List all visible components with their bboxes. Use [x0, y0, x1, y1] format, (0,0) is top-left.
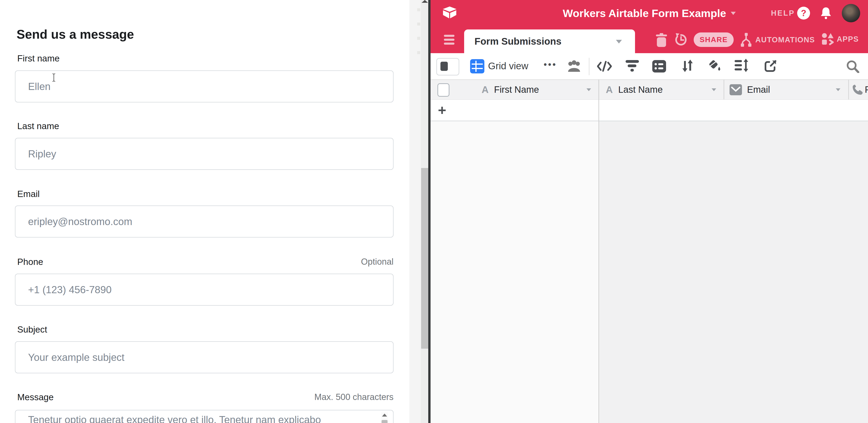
email-field[interactable]: eripley@nostromo.com	[15, 206, 394, 238]
color-icon[interactable]	[708, 59, 721, 73]
hide-fields-icon[interactable]	[597, 61, 612, 72]
share-button[interactable]: SHARE	[694, 32, 734, 47]
history-icon[interactable]	[674, 32, 688, 47]
view-name[interactable]: Grid view	[488, 61, 528, 71]
share-view-icon[interactable]	[764, 60, 777, 73]
column-header-phone[interactable]: P	[865, 80, 868, 99]
gutter-dot	[417, 23, 420, 26]
phone-field[interactable]: +1 (123) 456-7890	[15, 274, 394, 306]
column-menu-icon[interactable]	[712, 88, 716, 91]
automations-label: AUTOMATIONS	[755, 35, 815, 44]
table-tabs-bar: Form Submissions SHARE	[431, 27, 868, 53]
notifications-bell-icon[interactable]	[820, 7, 832, 19]
select-all-checkbox[interactable]	[437, 83, 450, 97]
column-menu-icon[interactable]	[836, 88, 840, 91]
screen: Send us a message First name Ellen Last …	[0, 0, 868, 423]
message-scrollbar-thumb[interactable]	[381, 420, 388, 423]
subject-value: Your example subject	[28, 342, 124, 373]
collaborators-icon[interactable]	[567, 60, 582, 72]
grid-body-background	[599, 121, 868, 423]
grid-body-first-column[interactable]	[431, 121, 598, 423]
first-column-divider	[598, 80, 599, 423]
sidebar-panel-icon	[440, 62, 448, 71]
first-name-label: First name	[17, 53, 60, 63]
text-field-type-icon: A	[606, 80, 613, 99]
filter-icon[interactable]	[626, 60, 639, 72]
window-edge	[428, 0, 431, 423]
column-divider[interactable]	[723, 80, 724, 99]
last-name-field[interactable]: Ripley	[15, 138, 394, 170]
first-name-field[interactable]: Ellen	[15, 70, 394, 102]
add-row[interactable]: +	[431, 100, 868, 121]
column-divider[interactable]	[848, 80, 849, 99]
text-cursor-icon	[51, 73, 57, 82]
gutter-dot	[417, 37, 420, 40]
subject-field[interactable]: Your example subject	[15, 341, 394, 373]
form-heading: Send us a message	[17, 27, 134, 42]
grid-column-headers: A First Name A Last Name Email P	[431, 80, 868, 100]
column-header-email[interactable]: Email	[747, 80, 770, 99]
gutter-dot	[417, 51, 420, 54]
message-max-note: Max. 500 characters	[314, 392, 394, 402]
column-menu-icon[interactable]	[587, 88, 591, 91]
gutter-dot	[417, 8, 420, 11]
apps-button[interactable]: APPS	[822, 33, 859, 46]
table-name: Form Submissions	[474, 29, 561, 53]
contact-form: Send us a message First name Ellen Last …	[0, 0, 409, 423]
message-value: Tenetur optio quaerat expedite vero et i…	[28, 414, 373, 423]
toolbar-divider	[589, 58, 589, 75]
chevron-down-icon	[616, 40, 622, 43]
phone-value: +1 (123) 456-7890	[28, 274, 112, 305]
views-sidebar-toggle[interactable]	[436, 58, 459, 75]
apps-label: APPS	[837, 35, 859, 43]
trash-icon[interactable]	[655, 33, 668, 47]
phone-optional-note: Optional	[361, 257, 394, 267]
help-question-icon[interactable]: ?	[797, 7, 810, 20]
row-height-icon[interactable]	[735, 60, 749, 73]
last-name-label: Last name	[17, 121, 59, 131]
group-icon[interactable]	[652, 60, 666, 72]
message-scrollbar[interactable]	[381, 412, 388, 423]
scrollbar-thumb[interactable]	[421, 168, 428, 349]
avatar[interactable]	[842, 4, 860, 22]
column-header-last-name[interactable]: Last Name	[618, 80, 662, 99]
email-label: Email	[17, 189, 40, 199]
search-icon[interactable]	[846, 60, 859, 73]
hamburger-icon	[444, 35, 455, 37]
apps-icon	[822, 33, 834, 46]
tab-form-submissions[interactable]: Form Submissions	[464, 29, 635, 53]
hamburger-icon	[444, 42, 455, 44]
chevron-down-icon	[731, 12, 736, 15]
scroll-up-arrow-icon[interactable]	[422, 0, 428, 3]
hamburger-icon	[444, 39, 455, 41]
text-field-type-icon: A	[482, 80, 489, 99]
sidebar-menu-button[interactable]	[444, 35, 455, 45]
first-name-value: Ellen	[28, 71, 51, 102]
scroll-up-icon[interactable]	[382, 414, 387, 417]
last-name-value: Ripley	[28, 138, 56, 170]
view-toolbar: Grid view •••	[431, 53, 868, 79]
airtable-topbar: Workers Airtable Form Example HELP ?	[431, 0, 868, 27]
view-options-button[interactable]: •••	[544, 60, 557, 69]
phone-field-type-icon	[852, 84, 863, 95]
column-header-first-name[interactable]: First Name	[494, 80, 539, 99]
message-label: Message	[17, 392, 54, 402]
email-value: eripley@nostromo.com	[28, 206, 132, 237]
automations-button[interactable]: AUTOMATIONS	[740, 33, 815, 47]
grid-view-icon[interactable]	[470, 59, 484, 73]
message-field[interactable]: Tenetur optio quaerat expedite vero et i…	[15, 410, 394, 423]
page-scrollbar[interactable]	[409, 0, 428, 423]
help-button[interactable]: HELP	[771, 9, 795, 18]
sort-icon[interactable]	[681, 59, 694, 72]
subject-label: Subject	[17, 325, 47, 335]
base-title: Workers Airtable Form Example	[563, 7, 726, 20]
add-row-plus-icon: +	[438, 100, 446, 121]
email-field-type-icon	[730, 84, 742, 95]
automations-icon	[740, 33, 752, 47]
airtable-window: Workers Airtable Form Example HELP ? For…	[431, 0, 868, 423]
phone-label: Phone	[17, 257, 43, 267]
